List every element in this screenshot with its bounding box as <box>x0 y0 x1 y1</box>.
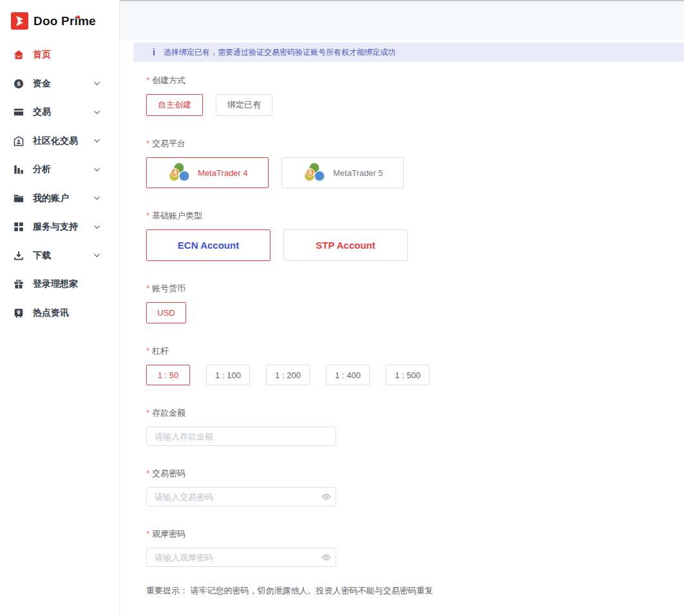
sidebar-item-hot-news[interactable]: 热点资讯 <box>0 299 119 328</box>
platform-option-metatrader4[interactable]: 4 MetaTrader 4 <box>146 157 269 188</box>
sidebar-menu: 首页 $ 资金 交易 社区化交易 <box>0 41 119 327</box>
svg-text:5: 5 <box>309 169 312 176</box>
investor-password-input[interactable] <box>146 548 336 567</box>
form-item-account-type: *基础账户类型 ECN Account STP Account <box>146 211 684 261</box>
sidebar-item-funds[interactable]: $ 资金 <box>0 70 119 99</box>
news-icon <box>13 307 24 319</box>
ecn-account-label: ECN Account <box>178 240 239 251</box>
sidebar-item-analysis[interactable]: 分析 <box>0 155 119 184</box>
sidebar-item-label: 我的账户 <box>33 193 69 204</box>
chevron-down-icon <box>93 137 100 144</box>
trade-icon <box>13 106 24 118</box>
brand-name: Doo Prime <box>33 14 96 28</box>
investor-password-label: *观摩密码 <box>146 530 684 538</box>
form-item-deposit-amount: *存款金额 <box>146 409 684 446</box>
services-support-icon <box>13 221 24 233</box>
platform-label: *交易平台 <box>146 139 684 148</box>
sidebar-item-community-trading[interactable]: 社区化交易 <box>0 127 119 156</box>
sidebar-item-label: 下载 <box>33 250 51 262</box>
eye-icon[interactable] <box>321 492 331 502</box>
form-item-create-method: *创建方式 自主创建 绑定已有 <box>146 76 684 116</box>
required-asterisk: * <box>146 211 149 220</box>
platform-option-label: MetaTrader 4 <box>198 168 248 178</box>
logo-red-dot <box>77 15 80 19</box>
main-top-strip <box>120 0 684 40</box>
brand-logo[interactable]: Doo Prime <box>0 0 119 30</box>
form-item-investor-password: *观摩密码 <box>146 530 684 567</box>
account-type-option-ecn[interactable]: ECN Account <box>146 229 271 261</box>
create-method-option-self-create[interactable]: 自主创建 <box>146 94 203 116</box>
svg-text:$: $ <box>17 81 21 87</box>
deposit-amount-input[interactable] <box>146 427 336 446</box>
metatrader4-logo-icon: 4 <box>167 162 191 184</box>
currency-option-usd[interactable]: USD <box>146 302 186 323</box>
required-asterisk: * <box>146 346 149 356</box>
form-item-platform: *交易平台 4 MetaTrader 4 5 MetaTrader 5 <box>146 139 684 188</box>
sidebar-item-home[interactable]: 首页 <box>0 41 119 70</box>
required-asterisk: * <box>146 468 149 478</box>
form-item-currency: *账号货币 USD <box>146 284 684 323</box>
account-type-option-stp[interactable]: STP Account <box>283 229 408 261</box>
sidebar-item-label: 登录理想家 <box>33 278 78 290</box>
svg-text:4: 4 <box>173 169 177 176</box>
chevron-down-icon <box>93 252 100 259</box>
leverage-option-1-400[interactable]: 1 : 400 <box>326 365 370 385</box>
analysis-icon <box>13 164 24 175</box>
sidebar-item-label: 资金 <box>33 78 51 90</box>
form-item-leverage: *杠杆 1 : 50 1 : 100 1 : 200 1 : 400 1 : 5… <box>146 347 684 385</box>
required-asterisk: * <box>146 408 149 418</box>
leverage-option-1-50[interactable]: 1 : 50 <box>146 365 190 385</box>
chevron-down-icon <box>93 109 100 116</box>
doo-prime-logo-icon <box>11 12 28 30</box>
currency-label: *账号货币 <box>146 284 684 293</box>
form-item-trade-password: *交易密码 <box>146 469 684 506</box>
info-banner-text: 选择绑定已有，需要通过验证交易密码验证账号所有权才能绑定成功 <box>164 47 395 58</box>
create-method-option-bind-existing[interactable]: 绑定已有 <box>216 94 272 116</box>
create-account-form: *创建方式 自主创建 绑定已有 *交易平台 4 MetaTra <box>133 62 684 597</box>
eye-icon[interactable] <box>321 553 331 563</box>
platform-option-metatrader5[interactable]: 5 MetaTrader 5 <box>281 157 404 188</box>
sidebar: Doo Prime 首页 $ 资金 交易 <box>0 0 120 616</box>
sidebar-item-label: 社区化交易 <box>33 135 78 147</box>
leverage-option-1-100[interactable]: 1 : 100 <box>206 365 250 385</box>
home-icon <box>13 49 24 61</box>
main-content: i 选择绑定已有，需要通过验证交易密码验证账号所有权才能绑定成功 *创建方式 自… <box>120 0 684 616</box>
chevron-down-icon <box>93 195 100 202</box>
trade-password-label: *交易密码 <box>146 469 684 477</box>
create-method-label: *创建方式 <box>146 76 684 84</box>
required-asterisk: * <box>146 139 149 148</box>
sidebar-item-services-support[interactable]: 服务与支持 <box>0 213 119 242</box>
funds-icon: $ <box>13 78 24 90</box>
info-icon: i <box>153 47 155 57</box>
chevron-down-icon <box>93 166 100 173</box>
sidebar-item-label: 首页 <box>33 49 51 61</box>
platform-option-label: MetaTrader 5 <box>333 168 383 178</box>
sidebar-item-intrade-login[interactable]: 登录理想家 <box>0 270 119 299</box>
stp-account-label: STP Account <box>316 240 375 251</box>
download-icon <box>13 250 24 262</box>
my-account-icon <box>13 193 24 204</box>
leverage-option-1-200[interactable]: 1 : 200 <box>266 365 310 385</box>
info-banner: i 选择绑定已有，需要通过验证交易密码验证账号所有权才能绑定成功 <box>133 43 684 62</box>
deposit-amount-label: *存款金额 <box>146 409 684 417</box>
sidebar-item-label: 热点资讯 <box>33 307 69 319</box>
account-type-label: *基础账户类型 <box>146 211 684 220</box>
metatrader5-logo-icon: 5 <box>302 162 327 184</box>
gift-icon <box>13 278 24 290</box>
sidebar-item-label: 服务与支持 <box>33 221 78 233</box>
leverage-label: *杠杆 <box>146 347 684 355</box>
sidebar-item-trade[interactable]: 交易 <box>0 98 119 127</box>
leverage-option-1-500[interactable]: 1 : 500 <box>386 365 430 385</box>
required-asterisk: * <box>146 529 149 539</box>
community-trading-icon <box>13 135 24 147</box>
trade-password-input[interactable] <box>146 487 336 506</box>
sidebar-item-download[interactable]: 下载 <box>0 242 119 271</box>
password-notice: 重要提示： 请牢记您的密码，切勿泄露他人。投资人密码不能与交易密码重复 <box>146 585 684 597</box>
required-asterisk: * <box>146 75 149 85</box>
chevron-down-icon <box>93 224 100 231</box>
sidebar-item-label: 交易 <box>33 106 51 118</box>
chevron-down-icon <box>93 80 100 87</box>
sidebar-item-my-account[interactable]: 我的账户 <box>0 184 119 213</box>
required-asterisk: * <box>146 284 149 293</box>
sidebar-item-label: 分析 <box>33 164 51 175</box>
